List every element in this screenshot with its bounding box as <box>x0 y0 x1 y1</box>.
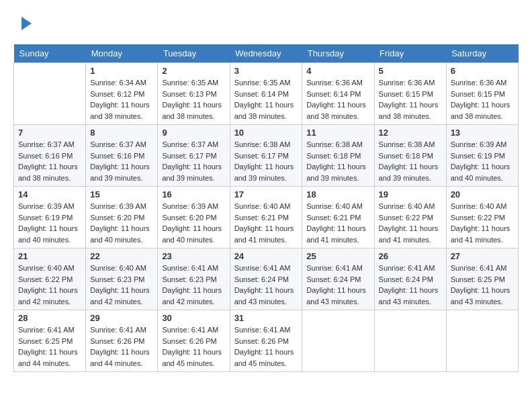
day-detail: Sunrise: 6:38 AMSunset: 6:18 PMDaylight:… <box>379 139 442 183</box>
calendar-cell: 7Sunrise: 6:37 AMSunset: 6:16 PMDaylight… <box>14 125 86 187</box>
day-number: 8 <box>90 128 153 138</box>
calendar-cell: 16Sunrise: 6:39 AMSunset: 6:20 PMDayligh… <box>158 187 230 248</box>
day-number: 7 <box>18 128 81 138</box>
day-detail: Sunrise: 6:37 AMSunset: 6:16 PMDaylight:… <box>18 139 81 183</box>
calendar-cell: 10Sunrise: 6:38 AMSunset: 6:17 PMDayligh… <box>230 125 302 187</box>
calendar-cell: 17Sunrise: 6:40 AMSunset: 6:21 PMDayligh… <box>230 187 302 248</box>
calendar-week-row: 21Sunrise: 6:40 AMSunset: 6:22 PMDayligh… <box>14 248 519 310</box>
day-number: 14 <box>18 189 81 199</box>
calendar-cell: 3Sunrise: 6:35 AMSunset: 6:14 PMDaylight… <box>230 63 302 125</box>
day-number: 29 <box>90 313 153 323</box>
day-number: 26 <box>379 251 442 261</box>
day-detail: Sunrise: 6:40 AMSunset: 6:22 PMDaylight:… <box>379 201 442 245</box>
day-detail: Sunrise: 6:38 AMSunset: 6:17 PMDaylight:… <box>234 139 298 183</box>
calendar-cell: 28Sunrise: 6:41 AMSunset: 6:25 PMDayligh… <box>14 310 86 372</box>
calendar-week-row: 14Sunrise: 6:39 AMSunset: 6:19 PMDayligh… <box>14 187 519 248</box>
day-detail: Sunrise: 6:41 AMSunset: 6:26 PMDaylight:… <box>234 324 298 369</box>
day-detail: Sunrise: 6:41 AMSunset: 6:26 PMDaylight:… <box>162 324 225 369</box>
day-detail: Sunrise: 6:37 AMSunset: 6:17 PMDaylight:… <box>162 139 225 183</box>
day-detail: Sunrise: 6:39 AMSunset: 6:19 PMDaylight:… <box>18 201 81 245</box>
calendar-table: SundayMondayTuesdayWednesdayThursdayFrid… <box>13 44 519 372</box>
calendar-cell <box>302 310 374 372</box>
day-header-saturday: Saturday <box>446 44 518 63</box>
day-number: 19 <box>379 189 442 199</box>
day-number: 22 <box>90 251 153 261</box>
calendar-cell: 11Sunrise: 6:38 AMSunset: 6:18 PMDayligh… <box>302 125 374 187</box>
day-number: 5 <box>379 66 442 76</box>
calendar-cell: 5Sunrise: 6:36 AMSunset: 6:15 PMDaylight… <box>374 63 446 125</box>
day-header-thursday: Thursday <box>302 44 374 63</box>
day-detail: Sunrise: 6:39 AMSunset: 6:20 PMDaylight:… <box>162 201 225 245</box>
day-detail: Sunrise: 6:36 AMSunset: 6:15 PMDaylight:… <box>451 77 514 122</box>
day-detail: Sunrise: 6:40 AMSunset: 6:21 PMDaylight:… <box>306 201 369 245</box>
logo <box>13 13 35 34</box>
day-detail: Sunrise: 6:41 AMSunset: 6:23 PMDaylight:… <box>162 263 225 307</box>
calendar-cell: 13Sunrise: 6:39 AMSunset: 6:19 PMDayligh… <box>446 125 518 187</box>
calendar-cell: 30Sunrise: 6:41 AMSunset: 6:26 PMDayligh… <box>158 310 230 372</box>
page-header <box>13 13 519 34</box>
calendar-cell: 9Sunrise: 6:37 AMSunset: 6:17 PMDaylight… <box>158 125 230 187</box>
calendar-cell: 2Sunrise: 6:35 AMSunset: 6:13 PMDaylight… <box>158 63 230 125</box>
day-number: 15 <box>90 189 153 199</box>
calendar-cell: 25Sunrise: 6:41 AMSunset: 6:24 PMDayligh… <box>302 248 374 310</box>
day-detail: Sunrise: 6:40 AMSunset: 6:21 PMDaylight:… <box>234 201 298 245</box>
day-number: 2 <box>162 66 225 76</box>
day-detail: Sunrise: 6:35 AMSunset: 6:13 PMDaylight:… <box>162 77 225 122</box>
calendar-cell: 21Sunrise: 6:40 AMSunset: 6:22 PMDayligh… <box>14 248 86 310</box>
calendar-cell: 27Sunrise: 6:41 AMSunset: 6:25 PMDayligh… <box>446 248 518 310</box>
calendar-cell <box>14 63 86 125</box>
day-number: 6 <box>451 66 514 76</box>
calendar-cell: 4Sunrise: 6:36 AMSunset: 6:14 PMDaylight… <box>302 63 374 125</box>
calendar-cell: 6Sunrise: 6:36 AMSunset: 6:15 PMDaylight… <box>446 63 518 125</box>
day-number: 10 <box>234 128 298 138</box>
day-header-friday: Friday <box>374 44 446 63</box>
day-number: 31 <box>234 313 298 323</box>
day-number: 24 <box>234 251 298 261</box>
calendar-cell: 18Sunrise: 6:40 AMSunset: 6:21 PMDayligh… <box>302 187 374 248</box>
day-detail: Sunrise: 6:40 AMSunset: 6:23 PMDaylight:… <box>90 263 153 307</box>
day-detail: Sunrise: 6:40 AMSunset: 6:22 PMDaylight:… <box>451 201 514 245</box>
day-number: 1 <box>90 66 153 76</box>
day-detail: Sunrise: 6:34 AMSunset: 6:12 PMDaylight:… <box>90 77 153 122</box>
day-header-monday: Monday <box>86 44 158 63</box>
day-detail: Sunrise: 6:40 AMSunset: 6:22 PMDaylight:… <box>18 263 81 307</box>
calendar-cell: 14Sunrise: 6:39 AMSunset: 6:19 PMDayligh… <box>14 187 86 248</box>
day-detail: Sunrise: 6:35 AMSunset: 6:14 PMDaylight:… <box>234 77 298 122</box>
calendar-cell: 8Sunrise: 6:37 AMSunset: 6:16 PMDaylight… <box>86 125 158 187</box>
logo-icon <box>15 13 35 34</box>
calendar-cell: 24Sunrise: 6:41 AMSunset: 6:24 PMDayligh… <box>230 248 302 310</box>
calendar-cell: 29Sunrise: 6:41 AMSunset: 6:26 PMDayligh… <box>86 310 158 372</box>
day-detail: Sunrise: 6:41 AMSunset: 6:26 PMDaylight:… <box>90 324 153 369</box>
calendar-cell: 19Sunrise: 6:40 AMSunset: 6:22 PMDayligh… <box>374 187 446 248</box>
day-header-sunday: Sunday <box>14 44 86 63</box>
day-detail: Sunrise: 6:41 AMSunset: 6:24 PMDaylight:… <box>234 263 298 307</box>
day-number: 30 <box>162 313 225 323</box>
calendar-cell <box>374 310 446 372</box>
day-detail: Sunrise: 6:37 AMSunset: 6:16 PMDaylight:… <box>90 139 153 183</box>
day-number: 12 <box>379 128 442 138</box>
day-detail: Sunrise: 6:38 AMSunset: 6:18 PMDaylight:… <box>306 139 369 183</box>
svg-marker-0 <box>21 17 32 30</box>
day-header-tuesday: Tuesday <box>158 44 230 63</box>
day-number: 23 <box>162 251 225 261</box>
day-header-wednesday: Wednesday <box>230 44 302 63</box>
calendar-cell: 23Sunrise: 6:41 AMSunset: 6:23 PMDayligh… <box>158 248 230 310</box>
day-number: 20 <box>451 189 514 199</box>
day-number: 9 <box>162 128 225 138</box>
day-number: 4 <box>306 66 369 76</box>
day-number: 13 <box>451 128 514 138</box>
calendar-cell <box>446 310 518 372</box>
day-detail: Sunrise: 6:39 AMSunset: 6:19 PMDaylight:… <box>451 139 514 183</box>
calendar-cell: 20Sunrise: 6:40 AMSunset: 6:22 PMDayligh… <box>446 187 518 248</box>
day-detail: Sunrise: 6:41 AMSunset: 6:24 PMDaylight:… <box>379 263 442 307</box>
day-number: 17 <box>234 189 298 199</box>
day-detail: Sunrise: 6:41 AMSunset: 6:24 PMDaylight:… <box>306 263 369 307</box>
calendar-cell: 15Sunrise: 6:39 AMSunset: 6:20 PMDayligh… <box>86 187 158 248</box>
day-number: 28 <box>18 313 81 323</box>
calendar-week-row: 28Sunrise: 6:41 AMSunset: 6:25 PMDayligh… <box>14 310 519 372</box>
calendar-header-row: SundayMondayTuesdayWednesdayThursdayFrid… <box>14 44 519 63</box>
day-detail: Sunrise: 6:41 AMSunset: 6:25 PMDaylight:… <box>451 263 514 307</box>
day-detail: Sunrise: 6:36 AMSunset: 6:14 PMDaylight:… <box>306 77 369 122</box>
day-number: 27 <box>451 251 514 261</box>
day-number: 3 <box>234 66 298 76</box>
